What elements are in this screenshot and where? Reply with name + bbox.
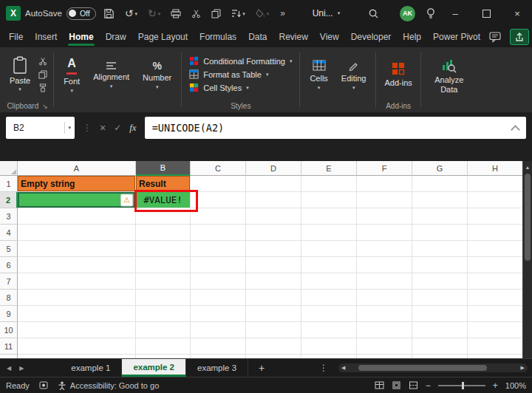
cell-E10[interactable] <box>301 322 357 338</box>
cell-D4[interactable] <box>246 225 301 241</box>
sheet-nav-right-icon[interactable]: ▶ <box>19 365 24 372</box>
column-header-A[interactable]: A <box>18 161 136 176</box>
cell-G4[interactable] <box>412 225 468 241</box>
cell-A6[interactable] <box>18 257 136 273</box>
menu-tab-page-layout[interactable]: Page Layout <box>132 27 194 47</box>
menu-tab-file[interactable]: File <box>3 27 29 47</box>
row-header-1[interactable]: 1 <box>0 176 18 192</box>
menu-tab-help[interactable]: Help <box>397 27 427 47</box>
cell-F9[interactable] <box>357 306 412 322</box>
minimize-button[interactable]: – <box>440 0 470 27</box>
menu-tab-view[interactable]: View <box>314 27 345 47</box>
cell-E4[interactable] <box>301 225 357 241</box>
column-header-D[interactable]: D <box>246 161 301 176</box>
cell-D10[interactable] <box>246 322 301 338</box>
cell-F2[interactable] <box>357 192 412 208</box>
cell-G5[interactable] <box>412 241 468 257</box>
tell-me-button[interactable] <box>423 6 439 21</box>
format-painter-button[interactable] <box>38 83 47 92</box>
number-menu-button[interactable]: % Number ▾ <box>136 49 178 112</box>
share-button[interactable] <box>510 29 529 45</box>
normal-view-button[interactable] <box>375 381 384 389</box>
addins-button[interactable]: Add-ins <box>379 61 417 87</box>
cell-D11[interactable] <box>246 338 301 355</box>
cell-C7[interactable] <box>191 273 246 290</box>
cell-H2[interactable] <box>468 192 523 208</box>
editing-menu-button[interactable]: Editing ▾ <box>335 49 373 112</box>
cell-A8[interactable] <box>18 290 136 306</box>
cell-G2[interactable] <box>412 192 468 208</box>
menu-tab-data[interactable]: Data <box>242 27 273 47</box>
analyze-data-button[interactable]: Analyze Data <box>424 58 474 103</box>
vertical-scroll-thumb[interactable] <box>525 174 531 261</box>
formula-bar-drag-handle[interactable]: ⋮ <box>83 123 92 133</box>
column-header-E[interactable]: E <box>301 161 357 176</box>
cell-E1[interactable] <box>301 176 357 192</box>
copy-button[interactable] <box>208 7 224 20</box>
row-header-5[interactable]: 5 <box>0 241 18 257</box>
cell-H1[interactable] <box>468 176 523 192</box>
cell-H10[interactable] <box>468 322 523 338</box>
row-header-7[interactable]: 7 <box>0 273 18 290</box>
paste-button[interactable]: Paste ▾ <box>4 54 35 95</box>
cell-C11[interactable] <box>191 338 246 355</box>
cell-F4[interactable] <box>357 225 412 241</box>
cell-F6[interactable] <box>357 257 412 273</box>
cell-B5[interactable] <box>136 241 191 257</box>
cell-B1[interactable]: Result <box>136 176 191 192</box>
confirm-entry-button[interactable]: ✓ <box>114 123 121 133</box>
menu-tab-developer[interactable]: Developer <box>345 27 398 47</box>
cell-C5[interactable] <box>191 241 246 257</box>
cell-D1[interactable] <box>246 176 301 192</box>
cell-H11[interactable] <box>468 338 523 355</box>
sheet-tab-example-3[interactable]: example 3 <box>186 359 248 377</box>
column-header-H[interactable]: H <box>468 161 523 176</box>
cell-B8[interactable] <box>136 290 191 306</box>
column-header-G[interactable]: G <box>412 161 468 176</box>
zoom-out-button[interactable]: − <box>426 380 431 391</box>
row-header-3[interactable]: 3 <box>0 208 18 225</box>
more-commands-button[interactable]: » <box>276 8 289 18</box>
cell-B4[interactable] <box>136 225 191 241</box>
macro-record-button[interactable] <box>39 381 48 389</box>
cell-D5[interactable] <box>246 241 301 257</box>
cell-H3[interactable] <box>468 208 523 225</box>
menu-tab-power-pivot[interactable]: Power Pivot <box>427 27 486 47</box>
cell-F3[interactable] <box>357 208 412 225</box>
cell-H8[interactable] <box>468 290 523 306</box>
sheet-tab-example-1[interactable]: example 1 <box>60 359 122 377</box>
cell-H5[interactable] <box>468 241 523 257</box>
sheet-nav-left-icon[interactable]: ◀ <box>7 365 11 372</box>
cell-H12[interactable] <box>468 355 523 358</box>
cell-E7[interactable] <box>301 273 357 290</box>
cell-C12[interactable] <box>191 355 246 358</box>
zoom-in-button[interactable]: + <box>493 380 498 391</box>
undo-button[interactable]: ↺▾ <box>122 7 140 20</box>
cell-A1[interactable]: Empty string <box>18 176 136 192</box>
horizontal-scrollbar[interactable]: ◀ ▶ <box>338 363 528 372</box>
cell-G8[interactable] <box>412 290 468 306</box>
avatar[interactable]: AK <box>400 6 415 21</box>
zoom-slider[interactable] <box>438 385 485 386</box>
font-menu-button[interactable]: A Font ▾ <box>57 49 86 112</box>
cell-E6[interactable] <box>301 257 357 273</box>
cell-B10[interactable] <box>136 322 191 338</box>
cell-C2[interactable] <box>191 192 246 208</box>
close-button[interactable]: × <box>502 0 532 27</box>
cell-E2[interactable] <box>301 192 357 208</box>
sort-filter-button[interactable]: ▾ <box>228 7 248 19</box>
cut-button[interactable] <box>188 7 204 20</box>
cell-styles-button[interactable]: Cell Styles ▾ <box>185 81 296 95</box>
page-layout-view-button[interactable] <box>392 381 401 389</box>
cell-G1[interactable] <box>412 176 468 192</box>
cell-B2[interactable]: #VALUE! <box>136 192 191 208</box>
menu-tab-review[interactable]: Review <box>273 27 313 47</box>
vertical-scrollbar[interactable]: ▲ <box>522 161 532 358</box>
scroll-left-icon[interactable]: ◀ <box>341 365 345 371</box>
cell-B9[interactable] <box>136 306 191 322</box>
copy-button[interactable] <box>38 70 47 79</box>
cell-G12[interactable] <box>412 355 468 358</box>
comments-button[interactable] <box>486 30 504 44</box>
select-all-button[interactable]: ◢ <box>0 161 18 176</box>
conditional-formatting-button[interactable]: Conditional Formatting ▾ <box>185 55 296 68</box>
